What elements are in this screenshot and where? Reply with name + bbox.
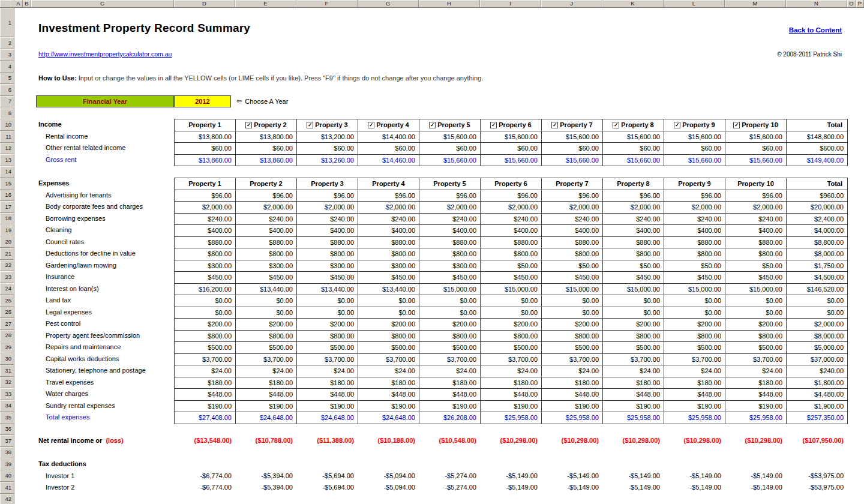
value-cell[interactable]: $450.00 bbox=[419, 272, 481, 284]
value-cell[interactable]: $0.00 bbox=[297, 295, 358, 307]
value-cell[interactable]: $96.00 bbox=[297, 190, 358, 202]
row-header-8[interactable]: 8 bbox=[0, 107, 14, 119]
value-cell[interactable]: $24.00 bbox=[297, 365, 358, 377]
value-cell[interactable]: $500.00 bbox=[664, 342, 725, 354]
value-cell[interactable]: $190.00 bbox=[542, 401, 603, 413]
row-header-32[interactable]: 32 bbox=[0, 377, 14, 389]
value-cell[interactable]: $60.00 bbox=[236, 143, 297, 155]
value-cell[interactable]: $13,860.00 bbox=[175, 155, 236, 167]
column-header-L[interactable]: L bbox=[664, 0, 725, 8]
select-all-corner[interactable] bbox=[0, 0, 14, 8]
value-cell[interactable]: $96.00 bbox=[664, 190, 725, 202]
value-cell[interactable]: $800.00 bbox=[725, 248, 787, 260]
value-cell[interactable]: $50.00 bbox=[725, 260, 787, 272]
checked-checkbox-icon[interactable]: ✓ bbox=[733, 122, 740, 128]
row-header-34[interactable]: 34 bbox=[0, 400, 14, 412]
value-cell[interactable]: $4,480.00 bbox=[787, 389, 848, 401]
tax-value-cell[interactable]: -$5,149.00 bbox=[541, 470, 602, 482]
value-cell[interactable]: $500.00 bbox=[481, 342, 542, 354]
value-cell[interactable]: $0.00 bbox=[725, 307, 787, 319]
value-cell[interactable]: $2,000.00 bbox=[603, 202, 664, 214]
value-cell[interactable]: $15,600.00 bbox=[603, 131, 664, 143]
value-cell[interactable]: $3,700.00 bbox=[664, 354, 725, 366]
value-cell[interactable]: $4,000.00 bbox=[787, 225, 848, 237]
value-cell[interactable]: $180.00 bbox=[664, 377, 725, 389]
value-cell[interactable]: $200.00 bbox=[664, 319, 725, 331]
value-cell[interactable]: $3,700.00 bbox=[603, 354, 664, 366]
column-header-M[interactable]: M bbox=[725, 0, 786, 8]
value-cell[interactable]: $13,260.00 bbox=[297, 155, 358, 167]
value-cell[interactable]: $450.00 bbox=[481, 272, 542, 284]
value-cell[interactable]: $190.00 bbox=[481, 401, 542, 413]
value-cell[interactable]: $600.00 bbox=[787, 143, 848, 155]
value-cell[interactable]: $180.00 bbox=[297, 377, 358, 389]
value-cell[interactable]: $15,660.00 bbox=[542, 155, 603, 167]
value-cell[interactable]: $450.00 bbox=[725, 272, 787, 284]
value-cell[interactable]: $25,958.00 bbox=[664, 412, 725, 424]
value-cell[interactable]: $880.00 bbox=[542, 237, 603, 249]
row-header-6[interactable]: 6 bbox=[0, 84, 14, 96]
value-cell[interactable]: $180.00 bbox=[175, 377, 236, 389]
value-cell[interactable]: $0.00 bbox=[175, 295, 236, 307]
checked-checkbox-icon[interactable]: ✓ bbox=[613, 122, 619, 128]
checked-checkbox-icon[interactable]: ✓ bbox=[245, 122, 252, 128]
value-cell[interactable]: $96.00 bbox=[725, 190, 787, 202]
value-cell[interactable]: $448.00 bbox=[419, 389, 481, 401]
column-header-F[interactable]: F bbox=[296, 0, 358, 8]
value-cell[interactable]: $15,660.00 bbox=[603, 155, 664, 167]
value-cell[interactable]: $448.00 bbox=[725, 389, 787, 401]
value-cell[interactable]: $60.00 bbox=[603, 143, 664, 155]
row-header-11[interactable]: 11 bbox=[0, 131, 14, 143]
net-value-cell[interactable]: ($10,788.00) bbox=[235, 435, 296, 447]
column-header-O[interactable]: O bbox=[847, 0, 856, 8]
row-header-28[interactable]: 28 bbox=[0, 330, 14, 342]
value-cell[interactable]: $149,400.00 bbox=[787, 155, 848, 167]
value-cell[interactable]: $800.00 bbox=[175, 248, 236, 260]
value-cell[interactable]: $190.00 bbox=[358, 401, 419, 413]
row-header-4[interactable]: 4 bbox=[0, 61, 14, 73]
value-cell[interactable]: $25,958.00 bbox=[542, 412, 603, 424]
value-cell[interactable]: $800.00 bbox=[358, 248, 419, 260]
value-cell[interactable]: $60.00 bbox=[297, 143, 358, 155]
value-cell[interactable]: $240.00 bbox=[725, 214, 787, 226]
tax-value-cell[interactable]: -$5,394.00 bbox=[235, 470, 296, 482]
value-cell[interactable]: $8,000.00 bbox=[787, 248, 848, 260]
value-cell[interactable]: $16,200.00 bbox=[175, 284, 236, 296]
value-cell[interactable]: $24.00 bbox=[664, 365, 725, 377]
value-cell[interactable]: $24.00 bbox=[358, 365, 419, 377]
value-cell[interactable]: $200.00 bbox=[725, 319, 787, 331]
row-header-24[interactable]: 24 bbox=[0, 283, 14, 295]
value-cell[interactable]: $13,860.00 bbox=[236, 155, 297, 167]
value-cell[interactable]: $1,800.00 bbox=[787, 377, 848, 389]
value-cell[interactable]: $15,660.00 bbox=[419, 155, 481, 167]
value-cell[interactable]: $190.00 bbox=[236, 401, 297, 413]
value-cell[interactable]: $0.00 bbox=[664, 307, 725, 319]
value-cell[interactable]: $200.00 bbox=[419, 319, 481, 331]
value-cell[interactable]: $13,200.00 bbox=[297, 131, 358, 143]
value-cell[interactable]: $400.00 bbox=[481, 225, 542, 237]
value-cell[interactable]: $800.00 bbox=[542, 331, 603, 343]
value-cell[interactable]: $400.00 bbox=[603, 225, 664, 237]
column-header-J[interactable]: J bbox=[541, 0, 602, 8]
value-cell[interactable]: $0.00 bbox=[603, 307, 664, 319]
value-cell[interactable]: $24.00 bbox=[236, 365, 297, 377]
value-cell[interactable]: $500.00 bbox=[236, 342, 297, 354]
value-cell[interactable]: $800.00 bbox=[297, 331, 358, 343]
value-cell[interactable]: $180.00 bbox=[358, 377, 419, 389]
tax-value-cell[interactable]: -$5,094.00 bbox=[358, 482, 419, 494]
value-cell[interactable]: $60.00 bbox=[664, 143, 725, 155]
value-cell[interactable]: $0.00 bbox=[419, 307, 481, 319]
row-header-18[interactable]: 18 bbox=[0, 213, 14, 225]
net-value-cell[interactable]: ($10,298.00) bbox=[725, 435, 786, 447]
value-cell[interactable]: $300.00 bbox=[297, 260, 358, 272]
checked-checkbox-icon[interactable]: ✓ bbox=[490, 122, 497, 128]
value-cell[interactable]: $240.00 bbox=[664, 214, 725, 226]
value-cell[interactable]: $0.00 bbox=[358, 295, 419, 307]
value-cell[interactable]: $400.00 bbox=[419, 225, 481, 237]
value-cell[interactable]: $14,400.00 bbox=[358, 131, 419, 143]
net-value-cell[interactable]: ($107,950.00) bbox=[786, 435, 847, 447]
value-cell[interactable]: $15,000.00 bbox=[419, 284, 481, 296]
row-header-25[interactable]: 25 bbox=[0, 295, 14, 307]
value-cell[interactable]: $240.00 bbox=[787, 365, 848, 377]
tax-value-cell[interactable]: -$5,694.00 bbox=[296, 470, 358, 482]
